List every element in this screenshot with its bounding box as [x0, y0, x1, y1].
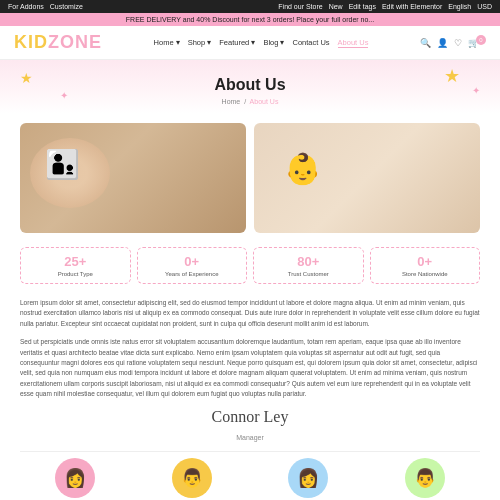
nav-contact[interactable]: Contact Us [292, 38, 329, 48]
avatar-manager: 👨 [405, 458, 445, 498]
about-paragraph-1: Lorem ipsum dolor sit amet, consectetur … [20, 298, 480, 329]
signature-title: Manager [20, 434, 480, 441]
wishlist-icon[interactable]: ♡ [454, 38, 462, 48]
stat-number-2: 80+ [258, 254, 359, 269]
top-bar-customize[interactable]: Customize [50, 3, 83, 10]
header: KIDZONE Home ▾ Shop ▾ Featured ▾ Blog ▾ … [0, 26, 500, 60]
stat-label-3: Store Nationwide [375, 271, 476, 277]
nav-home[interactable]: Home ▾ [154, 38, 180, 48]
about-image-left [20, 123, 246, 233]
hero-section: ★ ✦ ★ ✦ About Us Home / About Us [0, 60, 500, 113]
about-images [20, 123, 480, 233]
stat-label-1: Years of Experience [142, 271, 243, 277]
logo-zone: ZONE [48, 32, 102, 52]
team-row: 👩 Designer 👨 Developer 👩 Sole Agent 👨 Ma… [20, 458, 480, 500]
search-icon[interactable]: 🔍 [420, 38, 431, 48]
nav-blog[interactable]: Blog ▾ [263, 38, 284, 48]
logo[interactable]: KIDZONE [14, 32, 102, 53]
nav-featured[interactable]: Featured ▾ [219, 38, 255, 48]
top-bar-left: For Addons Customize [8, 3, 83, 10]
stat-product-type: 25+ Product Type [20, 247, 131, 284]
divider [20, 451, 480, 452]
header-icons: 🔍 👤 ♡ 🛒0 [420, 38, 486, 48]
delivery-banner: FREE DELIVERY and 40% Discount for next … [0, 13, 500, 26]
top-bar-addons[interactable]: For Addons [8, 3, 44, 10]
stat-label-2: Trust Customer [258, 271, 359, 277]
team-developer: 👨 Developer [137, 458, 248, 500]
stat-experience: 0+ Years of Experience [137, 247, 248, 284]
cart-icon[interactable]: 🛒0 [468, 38, 486, 48]
page-title: About Us [0, 76, 500, 94]
breadcrumb: Home / About Us [0, 98, 500, 105]
nav-shop[interactable]: Shop ▾ [188, 38, 212, 48]
stat-number-0: 25+ [25, 254, 126, 269]
top-bar-currency[interactable]: USD [477, 3, 492, 10]
user-icon[interactable]: 👤 [437, 38, 448, 48]
logo-kid: KID [14, 32, 48, 52]
top-bar-edit-elementor[interactable]: Edit with Elementor [382, 3, 442, 10]
main-nav: Home ▾ Shop ▾ Featured ▾ Blog ▾ Contact … [154, 38, 369, 48]
about-image-right [254, 123, 480, 233]
about-paragraph-2: Sed ut perspiciatis unde omnis iste natu… [20, 337, 480, 399]
stats-row: 25+ Product Type 0+ Years of Experience … [20, 247, 480, 284]
avatar-developer: 👨 [172, 458, 212, 498]
stat-stores: 0+ Store Nationwide [370, 247, 481, 284]
top-bar: For Addons Customize Find our Store New … [0, 0, 500, 13]
breadcrumb-home[interactable]: Home [222, 98, 241, 105]
avatar-designer: 👩 [55, 458, 95, 498]
team-designer: 👩 Designer [20, 458, 131, 500]
stat-label-0: Product Type [25, 271, 126, 277]
delivery-text: FREE DELIVERY and 40% Discount for next … [126, 16, 374, 23]
nav-about[interactable]: About Us [338, 38, 369, 48]
avatar-agent: 👩 [288, 458, 328, 498]
signature: Connor Ley [20, 408, 480, 426]
stat-number-1: 0+ [142, 254, 243, 269]
team-manager: 👨 Manager [370, 458, 481, 500]
top-bar-store[interactable]: Find our Store [278, 3, 322, 10]
top-bar-language[interactable]: English [448, 3, 471, 10]
top-bar-edit-tags[interactable]: Edit tags [349, 3, 376, 10]
main-content: 25+ Product Type 0+ Years of Experience … [0, 113, 500, 500]
top-bar-new[interactable]: New [329, 3, 343, 10]
top-bar-right: Find our Store New Edit tags Edit with E… [278, 3, 492, 10]
cart-badge: 0 [476, 35, 486, 45]
breadcrumb-current: About Us [250, 98, 279, 105]
team-sole-agent: 👩 Sole Agent [253, 458, 364, 500]
stat-number-3: 0+ [375, 254, 476, 269]
stat-customers: 80+ Trust Customer [253, 247, 364, 284]
